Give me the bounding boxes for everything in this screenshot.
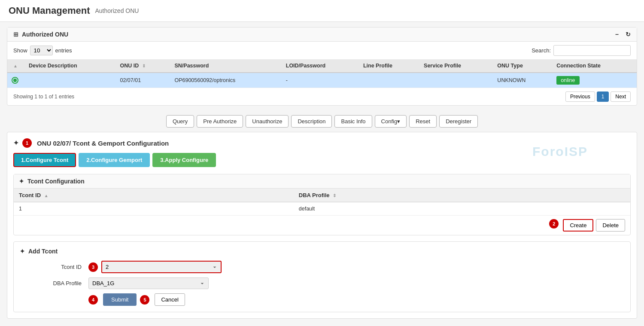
row-onu-type: UNKNOWN	[493, 73, 552, 88]
page-subtitle: Authorized ONU	[95, 7, 139, 14]
description-button[interactable]: Description	[291, 115, 332, 128]
tcont-config-subsection: ✦ Tcont Configuration Tcont ID ▲ DBA Pro…	[13, 174, 631, 235]
entries-label: entries	[55, 47, 72, 54]
row-service-profile	[419, 73, 493, 88]
pre-authorize-button[interactable]: Pre Authorize	[197, 115, 243, 128]
pagination-info: Showing 1 to 1 of 1 entries	[13, 94, 74, 100]
prev-button[interactable]: Previous	[565, 91, 595, 102]
col-onu-id: ONU ID ⇕	[115, 59, 170, 73]
row-device-description	[24, 73, 115, 88]
tcont-id-label: Tcont ID	[20, 264, 88, 270]
tcont-config-icon: ✦	[19, 178, 24, 185]
dba-profile-label: DBA Profile	[20, 280, 88, 286]
row-connection-state: online	[552, 73, 637, 88]
cancel-button[interactable]: Cancel	[155, 293, 185, 306]
tcont-config-title: Tcont Configuration	[27, 178, 85, 185]
basic-info-button[interactable]: Basic Info	[334, 115, 372, 128]
show-entries-control: Show 10 25 50 100 entries	[13, 46, 72, 55]
row-line-profile	[359, 73, 419, 88]
query-button[interactable]: Query	[166, 115, 194, 128]
config-tabs-wrapper: 1.Configure Tcont 2.Configure Gemport 3.…	[13, 153, 631, 167]
add-tcont-title-text: Add Tcont	[28, 248, 58, 255]
section-title: Authorized ONU	[22, 31, 68, 38]
config-button[interactable]: Config▾	[375, 115, 407, 128]
add-tcont-icon: ✦	[20, 248, 25, 255]
config-section-badge: 1	[22, 138, 32, 148]
watermark: ForoISP	[532, 140, 588, 163]
entries-select[interactable]: 10 25 50 100	[30, 46, 53, 55]
col-line-profile: Line Profile	[359, 59, 419, 73]
pagination-controls: Previous 1 Next	[565, 91, 631, 102]
configure-tcont-tab[interactable]: 1.Configure Tcont	[13, 153, 76, 167]
tcont-id-row: Tcont ID 3 2 3 4 5 6 7	[20, 261, 624, 273]
authorized-onu-section: ⊞ Authorized ONU − ↻ Show 10 25 50 100 e…	[7, 27, 637, 106]
delete-button[interactable]: Delete	[596, 219, 625, 232]
submit-button[interactable]: Submit	[103, 293, 137, 306]
page-1-button[interactable]: 1	[597, 91, 609, 102]
deregister-button[interactable]: Deregister	[439, 115, 478, 128]
col-onu-type: ONU Type	[493, 59, 552, 73]
search-label: Search:	[532, 47, 551, 54]
create-badge: 2	[549, 219, 559, 229]
row-onu-id: 02/07/01	[115, 73, 170, 88]
step3-badge: 3	[88, 262, 98, 272]
add-tcont-subsection: ✦ Add Tcont Tcont ID 3 2 3 4 5 6 7 DBA P…	[13, 241, 631, 312]
action-buttons-bar: Query Pre Authorize Unauthorize Descript…	[0, 111, 644, 132]
col-loid-password: LOID/Password	[282, 59, 359, 73]
apply-configure-tab[interactable]: 3.Apply Configure	[152, 153, 216, 167]
col-service-profile: Service Profile	[419, 59, 493, 73]
row-loid-password: -	[282, 73, 359, 88]
configure-gemport-tab[interactable]: 2.Configure Gemport	[79, 153, 150, 167]
page-title: ONU Management	[9, 5, 90, 16]
section-grid-icon: ⊞	[13, 31, 18, 38]
tcont-id-select[interactable]: 2 3 4 5 6 7	[101, 261, 222, 273]
next-button[interactable]: Next	[611, 91, 631, 102]
tcont-id-col: Tcont ID ▲	[14, 189, 294, 202]
row-radio[interactable]	[7, 73, 24, 88]
search-control: Search:	[532, 45, 631, 56]
config-section: ✦ 1 ONU 02/07/ Tcont & Gemport Configura…	[7, 132, 637, 319]
page-header: ONU Management Authorized ONU	[0, 0, 644, 22]
form-actions: 4 Submit 5 Cancel	[20, 293, 624, 306]
show-label: Show	[13, 47, 27, 54]
step5-badge: 5	[140, 295, 149, 305]
reset-button[interactable]: Reset	[409, 115, 437, 128]
dba-profile-cell: default	[294, 202, 630, 216]
minimize-icon[interactable]: −	[615, 31, 619, 38]
dba-profile-col: DBA Profile ⇕	[294, 189, 630, 202]
unauthorize-button[interactable]: Unauthorize	[246, 115, 289, 128]
col-device-description: Device Description	[24, 59, 115, 73]
config-section-title-text: ONU 02/07/ Tcont & Gemport Configuration	[37, 140, 169, 147]
tcont-id-cell: 1	[14, 202, 294, 216]
search-input[interactable]	[553, 45, 631, 56]
row-sn-password: OP6900560092/optronics	[170, 73, 281, 88]
dba-profile-select[interactable]: DBA_1G default	[88, 277, 209, 289]
refresh-icon[interactable]: ↻	[626, 31, 631, 38]
tcont-row[interactable]: 1 default	[14, 202, 630, 216]
col-sn-password: SN/Password	[170, 59, 281, 73]
create-button[interactable]: Create	[563, 219, 593, 232]
dba-profile-row: DBA Profile DBA_1G default	[20, 277, 624, 289]
col-connection-state: Connection State	[552, 59, 637, 73]
col-radio: ▲	[7, 59, 24, 73]
table-row[interactable]: 02/07/01 OP6900560092/optronics - UNKNOW…	[7, 73, 637, 88]
config-section-icon: ✦	[13, 139, 19, 147]
step4-badge: 4	[88, 295, 98, 305]
